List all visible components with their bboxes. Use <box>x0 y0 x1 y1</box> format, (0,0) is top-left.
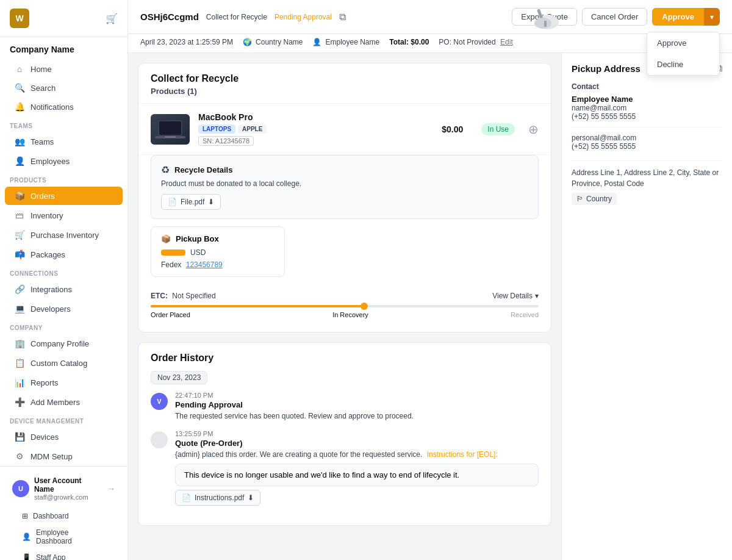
packages-icon: 📫 <box>15 249 24 259</box>
sidebar-item-purchase-inventory[interactable]: 🛒 Purchase Inventory <box>5 226 123 244</box>
logout-icon[interactable]: → <box>107 484 115 494</box>
sidebar-header: W 🛒 <box>0 0 127 37</box>
integrations-icon: 🔗 <box>15 284 24 294</box>
employee-meta: 👤 Employee Name <box>312 38 379 46</box>
history-time: 22:47:10 PM <box>175 392 539 399</box>
app-logo: W <box>10 9 29 28</box>
download-icon-2: ⬇ <box>248 494 254 502</box>
content-area: Collect for Recycle Products (1) <box>128 53 732 560</box>
address-text: Address Line 1, Address Line 2, City, St… <box>572 167 722 189</box>
sidebar-item-dashboard[interactable]: ⊞ Dashboard <box>12 508 115 524</box>
progress-label-received: Received <box>511 311 539 318</box>
approve-menu-item[interactable]: Approve <box>647 32 719 54</box>
file-icon-2: 📄 <box>182 494 191 502</box>
teams-icon: 👥 <box>15 137 24 146</box>
right-panel: Pickup Address ⧉ Contact Employee Name n… <box>561 53 732 560</box>
history-date-badge: Nov 23, 2023 <box>151 371 207 384</box>
history-avatar-2 <box>151 431 168 448</box>
sidebar-item-home[interactable]: ⌂ Home <box>5 60 123 78</box>
sidebar-item-company-profile[interactable]: 🏢 Company Profile <box>5 334 123 353</box>
sidebar-item-employees[interactable]: 👤 Employees <box>5 152 123 170</box>
user-profile[interactable]: U User Account Name staff@growrk.com → <box>7 473 120 504</box>
sidebar-item-mdm-setup[interactable]: ⚙ MDM Setup <box>5 447 123 465</box>
inventory-icon: 🗃 <box>15 210 24 220</box>
svg-rect-7 <box>165 136 176 138</box>
sidebar-item-developers[interactable]: 💻 Developers <box>5 300 123 318</box>
history-description-2: {admin} placed this order. We are creati… <box>175 450 539 459</box>
person-icon: 👤 <box>312 38 321 46</box>
sidebar-item-devices[interactable]: 💾 Devices <box>5 428 123 446</box>
approve-button[interactable]: Approve <box>652 8 704 26</box>
address-separator <box>572 160 722 161</box>
company-profile-icon: 🏢 <box>15 339 24 348</box>
product-status: In Use <box>481 123 515 135</box>
sidebar-item-packages[interactable]: 📫 Packages <box>5 245 123 264</box>
country-badge: 🏳 Country <box>572 193 617 205</box>
developers-icon: 💻 <box>15 304 24 314</box>
view-details-button[interactable]: View Details ▾ <box>492 292 539 300</box>
po-edit-button[interactable]: Edit <box>500 38 513 46</box>
eol-link[interactable]: Instructions for [EOL]: <box>427 450 498 459</box>
order-id: OSHj6Ccgmd <box>140 12 199 22</box>
section-device-mgmt-label: DEVICE MANAGEMENT <box>0 412 127 427</box>
topbar: OSHj6Ccgmd Collect for Recycle Pending A… <box>128 0 732 34</box>
subbar: April 23, 2023 at 1:25:59 PM 🌍 Country N… <box>128 34 732 53</box>
contact-phone: (+52) 55 5555 5555 <box>572 112 722 121</box>
fedex-info: Fedex 123456789 <box>161 260 274 269</box>
svg-rect-5 <box>159 121 181 135</box>
staff-app-icon: 📱 <box>22 553 31 560</box>
copy-icon[interactable]: ⧉ <box>339 12 346 23</box>
order-card-subtitle: Products (1) <box>151 87 539 96</box>
order-card-title: Collect for Recycle <box>151 73 539 84</box>
history-entry: 13:25:59 PM Quote (Pre-Order) {admin} pl… <box>151 430 539 506</box>
reports-icon: 📊 <box>15 378 24 387</box>
instructions-file-button[interactable]: 📄 Instructions.pdf ⬇ <box>175 490 260 506</box>
notifications-icon: 🔔 <box>15 102 24 112</box>
sidebar-item-integrations[interactable]: 🔗 Integrations <box>5 280 123 298</box>
sidebar-item-add-members[interactable]: ➕ Add Members <box>5 393 123 411</box>
employees-icon: 👤 <box>15 156 24 166</box>
sidebar-item-custom-catalog[interactable]: 📋 Custom Catalog <box>5 354 123 372</box>
contact-personal-email: personal@mail.com <box>572 134 722 142</box>
progress-label-placed: Order Placed <box>151 311 190 318</box>
sidebar-item-employee-dashboard[interactable]: 👤 Employee Dashboard <box>12 525 115 549</box>
tracking-link[interactable]: 123456789 <box>186 260 223 269</box>
custom-catalog-icon: 📋 <box>15 358 24 368</box>
sidebar-item-notifications[interactable]: 🔔 Notifications <box>5 98 123 116</box>
recycle-details-header: ♻ Recycle Details <box>161 164 528 176</box>
sidebar-item-search[interactable]: 🔍 Search <box>5 79 123 97</box>
sidebar: W 🛒 Company Name ⌂ Home 🔍 Search 🔔 Notif… <box>0 0 128 560</box>
sidebar-item-teams[interactable]: 👥 Teams <box>5 132 123 151</box>
order-total: Total: $0.00 <box>389 38 429 46</box>
progress-track <box>151 305 539 307</box>
mdm-setup-icon: ⚙ <box>15 451 24 461</box>
product-more-button[interactable]: ⊕ <box>528 122 539 137</box>
cancel-order-button[interactable]: Cancel Order <box>582 8 647 26</box>
add-members-icon: ➕ <box>15 397 24 407</box>
svg-point-2 <box>534 18 551 29</box>
home-icon: ⌂ <box>15 64 24 74</box>
sidebar-item-orders[interactable]: 📦 Orders <box>5 187 123 205</box>
history-content: 22:47:10 PM Pending Approval The request… <box>175 392 539 420</box>
decline-menu-item[interactable]: Decline <box>647 54 719 75</box>
sidebar-item-inventory[interactable]: 🗃 Inventory <box>5 206 123 224</box>
approve-dropdown-menu: Approve Decline <box>647 32 720 76</box>
sidebar-item-staff-app[interactable]: 📱 Staff App <box>12 550 115 560</box>
progress-bar: Order Placed In Recovery Received <box>151 305 539 327</box>
sidebar-footer: U User Account Name staff@growrk.com → ⊞… <box>0 466 127 560</box>
approve-dropdown-toggle[interactable]: ▾ <box>704 8 720 26</box>
history-status: Pending Approval <box>175 400 539 409</box>
etc-row: ETC: Not Specified View Details ▾ <box>138 285 551 300</box>
history-entry: V 22:47:10 PM Pending Approval The reque… <box>151 392 539 420</box>
progress-labels: Order Placed In Recovery Received <box>151 311 539 327</box>
company-name: Company Name <box>0 37 127 59</box>
section-company-label: COMPANY <box>0 318 127 334</box>
sidebar-item-reports[interactable]: 📊 Reports <box>5 373 123 392</box>
history-time-2: 13:25:59 PM <box>175 430 539 437</box>
dashboard-icon: ⊞ <box>22 512 28 520</box>
product-tags: LAPTOPS APPLE <box>198 124 423 134</box>
etc-label: ETC: Not Specified <box>151 292 216 300</box>
recycle-file-button[interactable]: 📄 File.pdf ⬇ <box>161 194 221 210</box>
cart-icon[interactable]: 🛒 <box>106 13 118 24</box>
top-nav: ⌂ Home 🔍 Search 🔔 Notifications <box>0 59 127 117</box>
